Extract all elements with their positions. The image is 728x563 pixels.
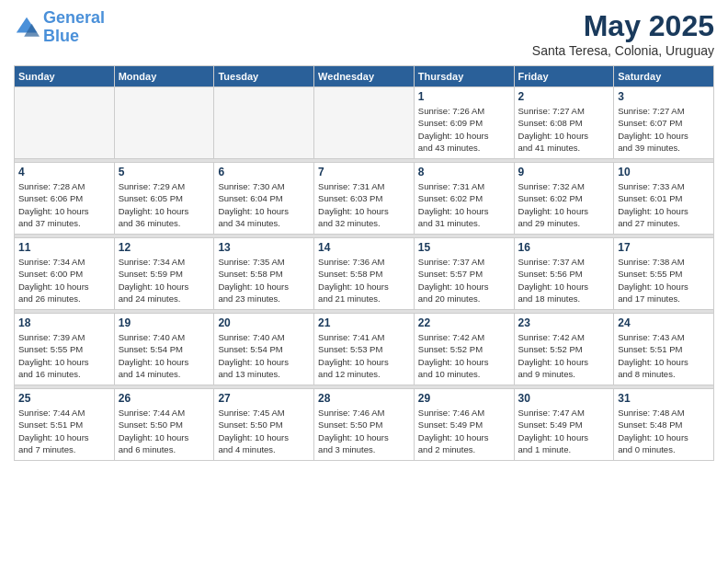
day-info: Sunrise: 7:38 AM Sunset: 5:55 PM Dayligh…: [618, 256, 710, 304]
calendar-day-cell: 22Sunrise: 7:42 AM Sunset: 5:52 PM Dayli…: [414, 314, 514, 385]
day-number: 3: [618, 90, 710, 103]
day-number: 29: [418, 392, 510, 405]
logo-icon: [14, 15, 40, 40]
day-info: Sunrise: 7:47 AM Sunset: 5:49 PM Dayligh…: [518, 407, 610, 455]
logo-line2: Blue: [43, 27, 79, 45]
day-number: 31: [618, 392, 710, 405]
day-info: Sunrise: 7:40 AM Sunset: 5:54 PM Dayligh…: [119, 331, 210, 380]
day-number: 7: [318, 166, 410, 178]
day-info: Sunrise: 7:40 AM Sunset: 5:54 PM Dayligh…: [218, 331, 310, 380]
day-number: 9: [518, 166, 610, 178]
calendar-day-cell: 26Sunrise: 7:44 AM Sunset: 5:50 PM Dayli…: [114, 389, 214, 461]
calendar-day-cell: 15Sunrise: 7:37 AM Sunset: 5:57 PM Dayli…: [414, 238, 514, 310]
day-info: Sunrise: 7:44 AM Sunset: 5:50 PM Dayligh…: [119, 407, 210, 455]
calendar-day-cell: 14Sunrise: 7:36 AM Sunset: 5:58 PM Dayli…: [314, 238, 415, 310]
day-number: 5: [119, 166, 210, 178]
calendar-day-cell: 29Sunrise: 7:46 AM Sunset: 5:49 PM Dayli…: [414, 389, 514, 461]
day-number: 14: [318, 241, 410, 254]
day-number: 12: [119, 241, 210, 254]
calendar-day-cell: 16Sunrise: 7:37 AM Sunset: 5:56 PM Dayli…: [514, 238, 614, 310]
logo: General Blue: [14, 9, 105, 46]
day-info: Sunrise: 7:36 AM Sunset: 5:58 PM Dayligh…: [318, 256, 410, 304]
day-info: Sunrise: 7:44 AM Sunset: 5:51 PM Dayligh…: [18, 407, 110, 455]
day-info: Sunrise: 7:39 AM Sunset: 5:55 PM Dayligh…: [18, 331, 110, 380]
day-number: 6: [218, 166, 310, 178]
calendar-day-cell: 3Sunrise: 7:27 AM Sunset: 6:07 PM Daylig…: [614, 87, 714, 159]
calendar-day-cell: 11Sunrise: 7:34 AM Sunset: 6:00 PM Dayli…: [15, 238, 115, 310]
calendar-week-row: 4Sunrise: 7:28 AM Sunset: 6:06 PM Daylig…: [15, 163, 714, 235]
calendar-day-cell: 19Sunrise: 7:40 AM Sunset: 5:54 PM Dayli…: [114, 314, 214, 385]
day-info: Sunrise: 7:32 AM Sunset: 6:02 PM Dayligh…: [518, 180, 610, 229]
page: General Blue May 2025 Santa Teresa, Colo…: [0, 0, 728, 563]
day-info: Sunrise: 7:27 AM Sunset: 6:08 PM Dayligh…: [518, 105, 610, 154]
calendar-week-row: 18Sunrise: 7:39 AM Sunset: 5:55 PM Dayli…: [15, 314, 714, 385]
day-info: Sunrise: 7:34 AM Sunset: 5:59 PM Dayligh…: [119, 256, 210, 304]
day-info: Sunrise: 7:31 AM Sunset: 6:03 PM Dayligh…: [318, 180, 410, 229]
day-info: Sunrise: 7:27 AM Sunset: 6:07 PM Dayligh…: [618, 105, 710, 154]
calendar-day-cell: 27Sunrise: 7:45 AM Sunset: 5:50 PM Dayli…: [214, 389, 314, 461]
day-info: Sunrise: 7:42 AM Sunset: 5:52 PM Dayligh…: [518, 331, 610, 380]
calendar-day-cell: 9Sunrise: 7:32 AM Sunset: 6:02 PM Daylig…: [514, 163, 614, 235]
day-number: 1: [418, 90, 510, 103]
calendar-day-cell: [214, 87, 314, 159]
day-number: 27: [218, 392, 310, 405]
calendar-day-cell: 1Sunrise: 7:26 AM Sunset: 6:09 PM Daylig…: [414, 87, 514, 159]
day-number: 26: [119, 392, 210, 405]
day-number: 13: [218, 241, 310, 254]
calendar-day-cell: [15, 87, 115, 159]
calendar-day-cell: 24Sunrise: 7:43 AM Sunset: 5:51 PM Dayli…: [614, 314, 714, 385]
calendar-day-cell: 17Sunrise: 7:38 AM Sunset: 5:55 PM Dayli…: [614, 238, 714, 310]
calendar-day-cell: 12Sunrise: 7:34 AM Sunset: 5:59 PM Dayli…: [114, 238, 214, 310]
day-number: 25: [18, 392, 110, 405]
calendar-week-row: 1Sunrise: 7:26 AM Sunset: 6:09 PM Daylig…: [15, 87, 714, 159]
day-info: Sunrise: 7:43 AM Sunset: 5:51 PM Dayligh…: [618, 331, 710, 380]
day-info: Sunrise: 7:42 AM Sunset: 5:52 PM Dayligh…: [418, 331, 510, 380]
day-number: 15: [418, 241, 510, 254]
weekday-header: Thursday: [414, 66, 514, 87]
calendar-day-cell: 31Sunrise: 7:48 AM Sunset: 5:48 PM Dayli…: [614, 389, 714, 461]
day-info: Sunrise: 7:35 AM Sunset: 5:58 PM Dayligh…: [218, 256, 310, 304]
calendar-week-row: 25Sunrise: 7:44 AM Sunset: 5:51 PM Dayli…: [15, 389, 714, 461]
day-info: Sunrise: 7:37 AM Sunset: 5:56 PM Dayligh…: [518, 256, 610, 304]
calendar-day-cell: 2Sunrise: 7:27 AM Sunset: 6:08 PM Daylig…: [514, 87, 614, 159]
weekday-header: Sunday: [15, 66, 115, 87]
calendar-day-cell: 28Sunrise: 7:46 AM Sunset: 5:50 PM Dayli…: [314, 389, 415, 461]
calendar-day-cell: 5Sunrise: 7:29 AM Sunset: 6:05 PM Daylig…: [114, 163, 214, 235]
calendar-day-cell: 20Sunrise: 7:40 AM Sunset: 5:54 PM Dayli…: [214, 314, 314, 385]
day-number: 20: [218, 316, 310, 329]
day-number: 8: [418, 166, 510, 178]
day-number: 18: [18, 316, 110, 329]
weekday-header: Friday: [514, 66, 614, 87]
day-number: 30: [518, 392, 610, 405]
weekday-header: Tuesday: [214, 66, 314, 87]
day-number: 28: [318, 392, 410, 405]
day-info: Sunrise: 7:33 AM Sunset: 6:01 PM Dayligh…: [618, 180, 710, 229]
logo-text: General Blue: [43, 9, 105, 46]
calendar: SundayMondayTuesdayWednesdayThursdayFrid…: [14, 65, 714, 461]
day-number: 10: [618, 166, 710, 178]
day-info: Sunrise: 7:30 AM Sunset: 6:04 PM Dayligh…: [218, 180, 310, 229]
calendar-day-cell: 21Sunrise: 7:41 AM Sunset: 5:53 PM Dayli…: [314, 314, 415, 385]
calendar-day-cell: 18Sunrise: 7:39 AM Sunset: 5:55 PM Dayli…: [15, 314, 115, 385]
day-number: 21: [318, 316, 410, 329]
calendar-day-cell: 30Sunrise: 7:47 AM Sunset: 5:49 PM Dayli…: [514, 389, 614, 461]
day-number: 22: [418, 316, 510, 329]
day-info: Sunrise: 7:37 AM Sunset: 5:57 PM Dayligh…: [418, 256, 510, 304]
logo-line1: General: [43, 8, 105, 27]
day-number: 4: [18, 166, 110, 178]
day-info: Sunrise: 7:26 AM Sunset: 6:09 PM Dayligh…: [418, 105, 510, 154]
day-number: 23: [518, 316, 610, 329]
day-number: 17: [618, 241, 710, 254]
day-info: Sunrise: 7:45 AM Sunset: 5:50 PM Dayligh…: [218, 407, 310, 455]
calendar-day-cell: 8Sunrise: 7:31 AM Sunset: 6:02 PM Daylig…: [414, 163, 514, 235]
weekday-header: Saturday: [614, 66, 714, 87]
day-number: 24: [618, 316, 710, 329]
calendar-day-cell: 6Sunrise: 7:30 AM Sunset: 6:04 PM Daylig…: [214, 163, 314, 235]
day-number: 11: [18, 241, 110, 254]
calendar-day-cell: 13Sunrise: 7:35 AM Sunset: 5:58 PM Dayli…: [214, 238, 314, 310]
calendar-day-cell: 25Sunrise: 7:44 AM Sunset: 5:51 PM Dayli…: [15, 389, 115, 461]
calendar-day-cell: 4Sunrise: 7:28 AM Sunset: 6:06 PM Daylig…: [15, 163, 115, 235]
calendar-day-cell: 10Sunrise: 7:33 AM Sunset: 6:01 PM Dayli…: [614, 163, 714, 235]
calendar-day-cell: 7Sunrise: 7:31 AM Sunset: 6:03 PM Daylig…: [314, 163, 415, 235]
location: Santa Teresa, Colonia, Uruguay: [532, 43, 714, 58]
